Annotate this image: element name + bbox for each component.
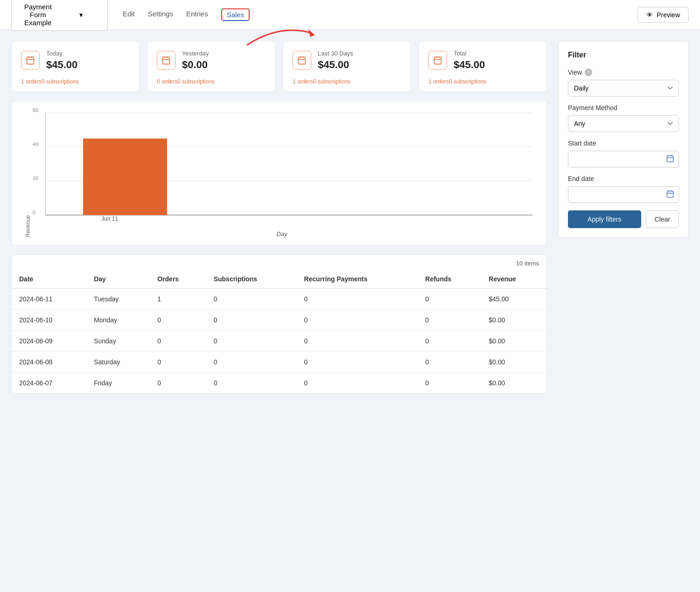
start-date-calendar-icon[interactable] bbox=[666, 154, 674, 164]
start-date-label: Start date bbox=[568, 139, 679, 147]
stat-label-today: Today bbox=[46, 50, 77, 57]
chevron-down-icon: ▾ bbox=[61, 11, 100, 19]
cell-revenue: $45.00 bbox=[481, 289, 546, 310]
cell-recurring: 0 bbox=[296, 331, 418, 352]
stats-row: Today $45.00 1 orders0 subscriptions bbox=[11, 41, 547, 92]
stat-card-30days: Last 30 Days $45.00 1 orders0 subscripti… bbox=[283, 41, 411, 92]
svg-rect-9 bbox=[299, 57, 306, 64]
svg-rect-21 bbox=[667, 191, 673, 198]
stat-label-yesterday: Yesterday bbox=[182, 50, 209, 57]
cell-subscriptions: 0 bbox=[206, 289, 297, 310]
start-date-wrap bbox=[568, 151, 679, 167]
nav-edit[interactable]: Edit bbox=[123, 10, 135, 20]
cell-revenue: $0.00 bbox=[481, 352, 546, 373]
table-row: 2024-06-11 Tuesday 1 0 0 0 $45.00 bbox=[12, 289, 546, 310]
svg-rect-13 bbox=[434, 57, 441, 64]
stat-footer-30days: 1 orders0 subscriptions bbox=[293, 78, 401, 85]
chart-inner: 0 20 40 60 bbox=[31, 113, 532, 237]
cell-refunds: 0 bbox=[418, 373, 481, 394]
view-label: View ? bbox=[568, 69, 679, 76]
cell-date: 2024-06-08 bbox=[12, 352, 86, 373]
calendar-icon-today bbox=[21, 51, 40, 70]
view-select[interactable]: DailyWeeklyMonthly bbox=[568, 80, 679, 97]
svg-rect-1 bbox=[27, 57, 34, 64]
col-header-recurring: Recurring Payments bbox=[296, 270, 418, 289]
cell-subscriptions: 0 bbox=[206, 331, 297, 352]
table-row: 2024-06-10 Monday 0 0 0 0 $0.00 bbox=[12, 310, 546, 331]
items-count: 10 items bbox=[12, 255, 546, 270]
payment-method-select[interactable]: AnyCredit CardPayPal bbox=[568, 115, 679, 132]
end-date-label: End date bbox=[568, 175, 679, 182]
cell-orders: 0 bbox=[150, 373, 206, 394]
calendar-icon-total bbox=[428, 51, 447, 70]
left-column: Today $45.00 1 orders0 subscriptions bbox=[11, 41, 547, 394]
x-axis-label: Day bbox=[31, 230, 532, 237]
y-tick-0: 0 bbox=[33, 209, 35, 215]
col-header-orders: Orders bbox=[150, 270, 206, 289]
end-date-input[interactable] bbox=[568, 186, 679, 203]
payment-method-label: Payment Method bbox=[568, 104, 679, 111]
svg-rect-17 bbox=[667, 156, 673, 162]
y-tick-60: 60 bbox=[33, 107, 38, 113]
cell-refunds: 0 bbox=[418, 331, 481, 352]
cell-orders: 0 bbox=[150, 352, 206, 373]
cell-subscriptions: 0 bbox=[206, 352, 297, 373]
sales-table: 10 items Date Day Orders Subscriptions R… bbox=[11, 255, 547, 394]
cell-revenue: $0.00 bbox=[481, 331, 546, 352]
filter-buttons: Apply filters Clear bbox=[568, 210, 679, 228]
stat-footer-today: 1 orders0 subscriptions bbox=[21, 78, 130, 85]
end-date-calendar-icon[interactable] bbox=[666, 190, 674, 200]
cell-recurring: 0 bbox=[296, 310, 418, 331]
table-row: 2024-06-07 Friday 0 0 0 0 $0.00 bbox=[12, 373, 546, 394]
stat-value-total: $45.00 bbox=[454, 59, 485, 71]
col-header-refunds: Refunds bbox=[418, 270, 481, 289]
bar-jun11 bbox=[83, 139, 167, 215]
stat-value-yesterday: $0.00 bbox=[182, 59, 209, 71]
cell-orders: 0 bbox=[150, 310, 206, 331]
preview-button[interactable]: 👁 Preview bbox=[637, 7, 689, 23]
stat-label-30days: Last 30 Days bbox=[318, 50, 353, 57]
cell-date: 2024-06-10 bbox=[12, 310, 86, 331]
view-help-icon[interactable]: ? bbox=[585, 69, 592, 76]
calendar-icon-30days bbox=[293, 51, 311, 70]
cell-recurring: 0 bbox=[296, 289, 418, 310]
preview-label: Preview bbox=[657, 11, 680, 19]
nav-entries[interactable]: Entries bbox=[186, 10, 208, 20]
filter-sidebar: Filter View ? DailyWeeklyMonthly Payment… bbox=[558, 41, 689, 238]
table-row: 2024-06-09 Sunday 0 0 0 0 $0.00 bbox=[12, 331, 546, 352]
nav-settings[interactable]: Settings bbox=[148, 10, 173, 20]
x-label-jun11: Jun 11 bbox=[101, 216, 118, 222]
cell-day: Monday bbox=[86, 310, 150, 331]
cell-day: Sunday bbox=[86, 331, 150, 352]
stat-value-today: $45.00 bbox=[46, 59, 77, 71]
eye-icon: 👁 bbox=[646, 11, 653, 19]
cell-date: 2024-06-11 bbox=[12, 289, 86, 310]
col-header-day: Day bbox=[86, 270, 150, 289]
stat-card-yesterday: Yesterday $0.00 0 orders0 subscriptions bbox=[147, 41, 275, 92]
nav-sales[interactable]: Sales bbox=[221, 8, 250, 21]
end-date-wrap bbox=[568, 186, 679, 203]
data-table: Date Day Orders Subscriptions Recurring … bbox=[12, 270, 546, 393]
stat-card-total: Total $45.00 1 orders0 subscriptions bbox=[419, 41, 547, 92]
cell-revenue: $0.00 bbox=[481, 373, 546, 394]
form-title: Payment Form Example bbox=[18, 3, 57, 27]
cell-subscriptions: 0 bbox=[206, 310, 297, 331]
col-header-date: Date bbox=[12, 270, 86, 289]
cell-recurring: 0 bbox=[296, 373, 418, 394]
cell-day: Friday bbox=[86, 373, 150, 394]
cell-refunds: 0 bbox=[418, 289, 481, 310]
nav-links: Edit Settings Entries Sales bbox=[123, 10, 623, 20]
top-nav: Payment Form Example ▾ Edit Settings Ent… bbox=[0, 0, 700, 30]
clear-filters-button[interactable]: Clear bbox=[646, 210, 679, 228]
form-selector[interactable]: Payment Form Example ▾ bbox=[11, 0, 108, 31]
start-date-input[interactable] bbox=[568, 151, 679, 167]
cell-recurring: 0 bbox=[296, 352, 418, 373]
apply-filters-button[interactable]: Apply filters bbox=[568, 210, 641, 228]
cell-refunds: 0 bbox=[418, 310, 481, 331]
stat-footer-yesterday: 0 orders0 subscriptions bbox=[157, 78, 266, 85]
y-tick-20: 20 bbox=[33, 175, 38, 181]
stat-value-30days: $45.00 bbox=[318, 59, 353, 71]
col-header-subscriptions: Subscriptions bbox=[206, 270, 297, 289]
chart-grid: 0 20 40 60 bbox=[45, 113, 532, 216]
stat-label-total: Total bbox=[454, 50, 485, 57]
